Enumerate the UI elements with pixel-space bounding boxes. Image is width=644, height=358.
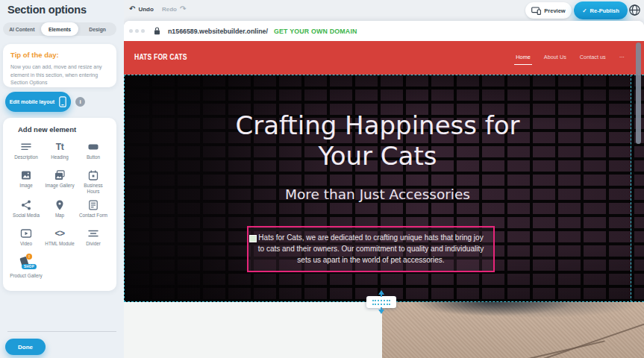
description-icon [20, 140, 32, 153]
element-item-image[interactable]: Image [10, 169, 43, 194]
tab-design[interactable]: Design [78, 22, 116, 36]
button-icon [87, 140, 99, 153]
nav-more-icon[interactable]: ⋯ [619, 54, 625, 62]
scrollbar-thumb[interactable] [636, 43, 641, 144]
element-item-map[interactable]: Map [43, 198, 76, 222]
section-outline-top [124, 75, 644, 75]
republish-button[interactable]: ✓ Re-Publish [574, 1, 628, 19]
website-builder-app: ↶ Undo Redo ↷ Preview ✓ Re-Publish Secti… [0, 0, 644, 358]
hero-subheading[interactable]: More than Just Accessories [213, 186, 542, 202]
globe-icon [628, 4, 641, 16]
pavement-seam [528, 313, 644, 358]
republish-label: Re-Publish [590, 7, 619, 14]
done-button[interactable]: Done [5, 339, 46, 355]
nav-contact-us[interactable]: Contact us [580, 54, 606, 62]
video-icon [20, 227, 32, 239]
preview-label: Preview [544, 7, 565, 14]
redo-icon: ↷ [180, 5, 186, 13]
section-options-panel: Section options AI Content Elements Desi… [0, 0, 124, 358]
nav-about-us[interactable]: About Us [544, 54, 566, 62]
section-outline-left [124, 75, 125, 302]
browser-dots-icon [129, 29, 147, 33]
tip-title: Tip of the day: [10, 51, 59, 59]
site-logo[interactable]: HATS FOR CATS [134, 51, 187, 61]
site-nav: Home About Us Contact us ⋯ [516, 41, 625, 75]
element-item-divider[interactable]: Divider [77, 227, 110, 251]
panel-divider [7, 331, 116, 332]
contact-form-icon [87, 198, 99, 211]
site-preview-frame: n1566589.websitebuilder.online/ GET YOUR… [124, 21, 644, 358]
element-item-description[interactable]: Description [10, 140, 43, 164]
element-item-image-gallery[interactable]: Image Gallery [43, 169, 76, 194]
element-item-product-gallery[interactable]: ! SHOP Product Gallery [10, 255, 43, 279]
html-module-icon: <> [54, 227, 64, 239]
image-icon [20, 169, 32, 181]
resize-arrow-up-stem [381, 294, 382, 297]
section-outline-right [631, 75, 631, 302]
panel-title: Section options [7, 4, 87, 16]
social-media-icon [20, 198, 32, 211]
language-globe-button[interactable] [628, 4, 641, 16]
shop-badge: SHOP [22, 264, 37, 269]
lock-icon [154, 27, 160, 35]
tip-body: Now you can add, move and resize any ele… [10, 63, 110, 87]
tab-elements[interactable]: Elements [41, 22, 79, 36]
hero-section[interactable]: Crafting Happiness for Your Cats More th… [124, 75, 644, 302]
undo-label: Undo [138, 6, 153, 13]
image-gallery-icon [54, 169, 66, 181]
panel-tabs: AI Content Elements Design [3, 22, 116, 36]
product-gallery-icon: ! SHOP [15, 255, 37, 271]
element-drag-handle[interactable] [249, 235, 257, 242]
hero-heading[interactable]: Crafting Happiness for Your Cats [213, 110, 542, 172]
element-item-social-media[interactable]: Social Media [10, 198, 43, 222]
element-item-business-hours[interactable]: Business Hours [77, 169, 110, 194]
devices-icon [531, 7, 541, 15]
business-hours-icon [87, 169, 99, 181]
add-element-title: Add new element [18, 125, 76, 134]
site-url: n1566589.websitebuilder.online/ [168, 28, 268, 35]
divider-icon [87, 227, 99, 239]
pavement-seam [510, 340, 604, 358]
next-section-background [124, 302, 382, 358]
element-item-contact-form[interactable]: Contact Form [77, 198, 110, 222]
site-header: HATS FOR CATS Home About Us Contact us ⋯ [124, 41, 644, 75]
nav-home[interactable]: Home [516, 54, 530, 62]
hero-paragraph-box[interactable]: Hats for Cats, we are dedicated to craft… [247, 226, 495, 272]
redo-label: Redo [162, 6, 177, 13]
undo-icon: ↶ [129, 5, 135, 13]
heading-icon: Tt [56, 140, 63, 153]
resize-arrow-down-icon [378, 310, 384, 314]
add-new-element-card: Add new element Description Tt Heading B… [3, 118, 116, 291]
preview-button[interactable]: Preview [525, 2, 572, 19]
element-item-video[interactable]: Video [10, 227, 43, 251]
edit-mobile-label: Edit mobile layout [10, 99, 54, 104]
edit-mobile-layout-button[interactable]: Edit mobile layout [5, 92, 71, 112]
address-bar: n1566589.websitebuilder.online/ GET YOUR… [124, 21, 644, 41]
redo-button[interactable]: Redo ↷ [162, 5, 186, 13]
phone-icon [59, 96, 66, 107]
undo-button[interactable]: ↶ Undo [129, 5, 154, 13]
next-section-image [382, 302, 644, 358]
element-item-heading[interactable]: Tt Heading [43, 140, 76, 164]
element-item-html-module[interactable]: <> HTML Module [43, 227, 76, 251]
tab-ai-content[interactable]: AI Content [3, 22, 41, 36]
tip-of-the-day-card: Tip of the day: Now you can add, move an… [3, 44, 116, 87]
resize-grip-dots [372, 300, 390, 305]
check-icon: ✓ [582, 7, 587, 14]
element-grid: Description Tt Heading Button Image Imag… [10, 140, 111, 279]
info-icon[interactable]: i [75, 97, 85, 107]
hero-paragraph: Hats for Cats, we are dedicated to craft… [254, 232, 487, 266]
section-resize-handle[interactable] [366, 296, 396, 308]
get-domain-link[interactable]: GET YOUR OWN DOMAIN [274, 28, 357, 35]
map-pin-icon [54, 198, 66, 211]
element-item-button[interactable]: Button [77, 140, 110, 164]
